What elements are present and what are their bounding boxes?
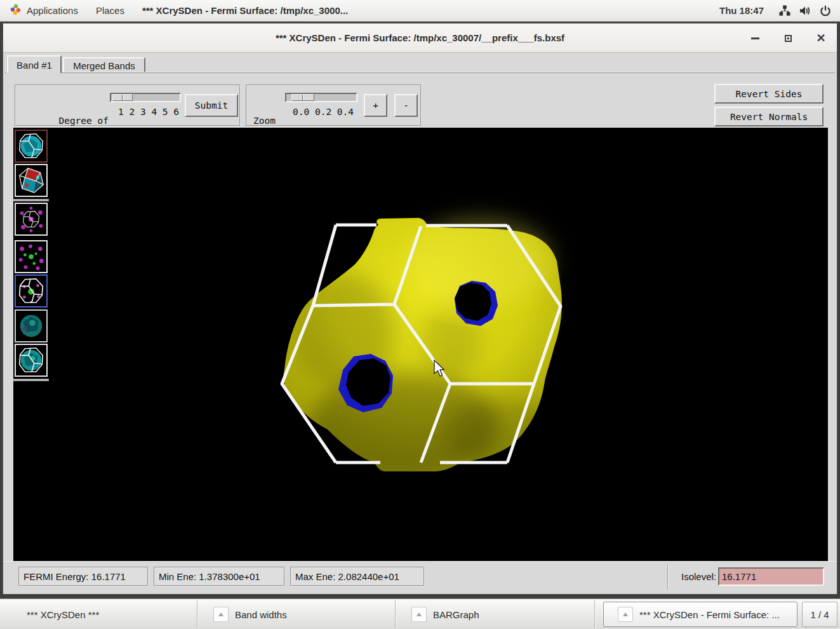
zoom-in-button[interactable]: + (364, 94, 387, 117)
maximize-button[interactable] (781, 31, 795, 45)
window-icon (411, 607, 427, 622)
tab-merged-bands[interactable]: Merged Bands (63, 57, 145, 73)
close-button[interactable]: ✕ (814, 31, 828, 45)
notebook-edge (5, 72, 835, 73)
window-controls: ✕ (748, 24, 828, 53)
desktop: Applications Places *** XCrySDen - Fermi… (0, 0, 840, 629)
interpolation-frame: Degree of Interpolation: 1 2 3 4 5 6 Sub… (15, 85, 241, 126)
applications-icon (9, 3, 22, 18)
taskbar-divider (197, 600, 198, 628)
taskbar-divider (594, 600, 596, 628)
window-icon (213, 607, 229, 622)
panel-status-area: Thu 18:47 (710, 3, 840, 19)
submit-button[interactable]: Submit (185, 94, 238, 117)
taskbar-item-xcrysden[interactable]: *** XCrySDen *** (1, 599, 196, 629)
taskbar-item-bargraph[interactable]: BARGraph (397, 599, 592, 629)
interpolation-ticks: 1 2 3 4 5 6 (118, 107, 179, 117)
top-panel: Applications Places *** XCrySDen - Fermi… (0, 0, 840, 22)
xcrysden-fermi-window: *** XCrySDen - Fermi Surface: /tmp/xc_30… (3, 23, 837, 594)
minimize-button[interactable] (748, 31, 762, 45)
panel-active-window-item[interactable]: *** XCrySDen - Fermi Surface: /tmp/xc_30… (133, 0, 357, 21)
window-titlebar[interactable]: *** XCrySDen - Fermi Surface: /tmp/xc_30… (3, 24, 837, 53)
statusbar: FERMI Energy: 16.1771 Min Ene: 1.378300e… (3, 561, 837, 594)
min-energy-box: Min Ene: 1.378300e+01 (154, 567, 285, 586)
zoom-step-slider[interactable] (285, 93, 357, 102)
fermi-surface (283, 217, 562, 480)
clock[interactable]: Thu 18:47 (710, 5, 773, 16)
isolevel-input[interactable] (718, 567, 824, 586)
revert-sides-button[interactable]: Revert Sides (714, 84, 823, 104)
power-icon[interactable] (817, 3, 834, 19)
window-title: *** XCrySDen - Fermi Surface: /tmp/xc_30… (276, 32, 564, 43)
zoom-frame: Zoom Step: 0.0 0.2 0.4 + - (246, 85, 422, 126)
applications-menu[interactable]: Applications (0, 0, 87, 21)
zoom-step-ticks: 0.0 0.2 0.4 (293, 107, 354, 117)
tab-band-1[interactable]: Band #1 (7, 55, 62, 73)
taskbar-item-fermi-surface[interactable]: *** XCrySDen - Fermi Surface: ... (603, 602, 797, 627)
interpolation-slider[interactable] (110, 93, 181, 102)
network-icon[interactable] (777, 3, 793, 19)
fermi-energy-box: FERMI Energy: 16.1771 (18, 567, 149, 586)
fermi-surface-scene (13, 128, 828, 561)
workspace-pager[interactable]: 1 / 4 (802, 602, 837, 627)
interpolation-slider-handle[interactable] (112, 94, 133, 101)
max-energy-box: Max Ene: 2.082440e+01 (290, 567, 425, 586)
taskbar-item-band-widths[interactable]: Band widths (199, 599, 394, 629)
revert-normals-button[interactable]: Revert Normals (714, 107, 823, 126)
volume-icon[interactable] (797, 3, 813, 19)
places-label: Places (96, 5, 124, 16)
taskbar-divider (395, 600, 396, 628)
window-list-taskbar: *** XCrySDen *** Band widths BARGraph **… (0, 599, 840, 629)
isolevel-label: Isolevel: (675, 567, 716, 586)
window-icon (618, 607, 633, 622)
zoom-out-button[interactable]: - (394, 94, 418, 117)
zoom-step-slider-handle[interactable] (291, 94, 314, 101)
statusbar-separator (667, 564, 669, 590)
fermi-surface-viewport[interactable] (13, 128, 828, 561)
places-menu[interactable]: Places (87, 0, 133, 21)
applications-label: Applications (27, 5, 78, 16)
